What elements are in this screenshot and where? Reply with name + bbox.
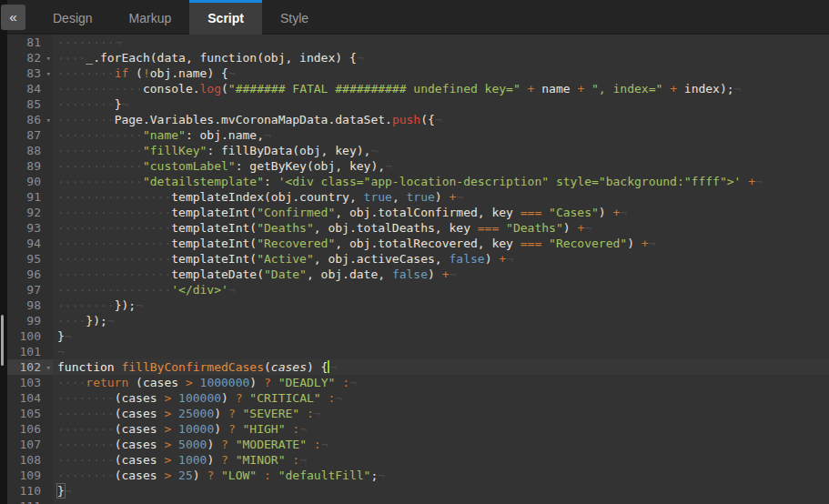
code-token: Page.Variables.mvCoronaMapData.dataSet. (115, 113, 392, 126)
code-line[interactable]: ········if (!obj.name) {¬ (53, 66, 829, 81)
code-line[interactable] (53, 499, 829, 504)
tab-style[interactable]: Style (262, 0, 327, 35)
line-number: 82▾ (7, 50, 53, 66)
code-token: (cases (115, 407, 165, 420)
code-token (228, 453, 236, 467)
line-number: 92 (7, 205, 53, 220)
code-token: templateInt( (171, 221, 257, 235)
code-line[interactable]: ········}¬ (53, 96, 829, 112)
code-token: === (521, 206, 541, 219)
whitespace-dots: ················ (57, 206, 171, 219)
code-line[interactable]: ················templateIndex(obj.countr… (53, 189, 829, 205)
code-line[interactable]: ········(cases > 10000) ? "HIGH" :¬ (53, 421, 829, 437)
code-line[interactable]: }¬ (53, 483, 829, 499)
code-line[interactable]: ····return (cases > 1000000) ? "DEADLY" … (53, 375, 829, 390)
code-token: "SEVERE" (243, 407, 300, 420)
code-line[interactable]: function fillByConfirmedCases(cases) {¬ (53, 359, 829, 375)
code-token: ? (228, 407, 236, 420)
code-token: "fillKey" (143, 144, 207, 157)
code-line[interactable]: ········(cases > 5000) ? "MODERATE" :¬ (53, 437, 829, 452)
line-number: 87 (7, 127, 53, 143)
collapse-panel-button[interactable]: « (1, 5, 25, 30)
line-number: 109 (7, 468, 53, 483)
eol-mark: ¬ (450, 267, 457, 281)
code-token (214, 469, 221, 482)
tab-bar: DesignMarkupScriptStyle (0, 0, 829, 35)
code-area[interactable]: ········¬····_.forEach(data, function(ob… (53, 35, 829, 504)
eol-mark: ¬ (107, 314, 115, 328)
whitespace-dots: ················ (57, 237, 171, 250)
code-line[interactable]: ················'</div>'¬ (53, 282, 829, 297)
code-line[interactable]: }¬ (53, 328, 829, 344)
code-line[interactable]: ········Page.Variables.mvCoronaMapData.d… (53, 112, 829, 127)
code-token: } (57, 484, 65, 498)
code-line[interactable]: ············"detailstemplate": '<div cla… (53, 174, 829, 189)
line-number: 110 (7, 483, 53, 499)
code-token: ( (264, 360, 271, 374)
code-line[interactable]: ········(cases > 100000) ? "CRITICAL" :¬ (53, 390, 829, 406)
fold-toggle-icon[interactable]: ▾ (46, 360, 51, 376)
whitespace-dots: ············ (57, 159, 143, 173)
code-line[interactable]: ············"fillKey": fillByData(obj, k… (53, 143, 829, 158)
code-token (171, 407, 178, 420)
code-token (257, 469, 264, 482)
whitespace-dots: ················ (57, 221, 171, 235)
code-token: ) (435, 190, 450, 204)
tab-design[interactable]: Design (35, 0, 111, 35)
code-token (271, 469, 278, 482)
whitespace-dots: ········ (57, 97, 115, 111)
code-line[interactable]: ················templateDate("Date", obj… (53, 267, 829, 282)
code-line[interactable]: ················templateInt("Confirmed",… (53, 205, 829, 220)
code-token: : (264, 175, 278, 188)
code-token: false (392, 267, 428, 281)
code-token: }); (115, 298, 136, 312)
fold-toggle-icon[interactable]: ▾ (46, 66, 51, 82)
line-number: 103 (7, 375, 53, 390)
whitespace-dots: ········ (57, 422, 115, 436)
code-token: "Recovered" (549, 237, 627, 250)
code-line[interactable]: ········(cases > 25) ? "LOW" : "defaultF… (53, 468, 829, 483)
tab-script[interactable]: Script (189, 0, 262, 35)
code-line[interactable]: ····});¬ (53, 313, 829, 328)
tab-markup[interactable]: Markup (111, 0, 190, 35)
code-token: console. (143, 82, 200, 96)
line-number: 97 (7, 282, 53, 297)
code-line[interactable]: ········});¬ (53, 297, 829, 313)
code-token: '</div>' (171, 283, 228, 297)
code-editor[interactable]: 8182▾83▾848586▾8788899091929394959697989… (7, 35, 829, 504)
code-token: (cases (128, 376, 186, 389)
code-line[interactable]: ················templateInt("Deaths", ob… (53, 220, 829, 236)
code-token: === (521, 237, 541, 250)
code-line[interactable]: ········(cases > 25000) ? "SEVERE" :¬ (53, 406, 829, 421)
code-token (307, 438, 314, 451)
line-number: 107 (7, 437, 53, 452)
code-line[interactable]: ¬ (53, 344, 829, 359)
code-line[interactable]: ············"customLabel": getByKey(obj,… (53, 158, 829, 174)
code-token: ? (221, 438, 228, 451)
line-number: 99 (7, 313, 53, 328)
line-number: 88 (7, 143, 53, 158)
eol-mark: ¬ (65, 484, 72, 498)
whitespace-dots: ···· (57, 376, 86, 389)
code-line[interactable]: ················templateInt("Recovered",… (53, 236, 829, 251)
code-line[interactable]: ············"name": obj.name,¬ (53, 127, 829, 143)
fold-toggle-icon[interactable]: ▾ (46, 51, 51, 66)
code-line[interactable]: ················templateInt("Active", ob… (53, 251, 829, 267)
code-line[interactable]: ····_.forEach(data, function(obj, index)… (53, 50, 829, 66)
eol-mark: ¬ (620, 206, 627, 219)
code-line[interactable]: ········¬ (53, 35, 829, 50)
code-line[interactable]: ············console.log("####### FATAL #… (53, 81, 829, 96)
fold-toggle-icon[interactable]: ▾ (46, 113, 51, 128)
whitespace-dots: ················ (57, 283, 171, 297)
code-token: _.forEach(data, function(obj, index) { (86, 51, 356, 65)
line-number: 111 (7, 499, 53, 504)
eol-mark: ¬ (57, 345, 65, 358)
code-token: "MODERATE" (236, 438, 307, 451)
whitespace-dots: ········ (57, 391, 115, 405)
code-token: } (57, 329, 65, 343)
line-number: 91 (7, 189, 53, 205)
left-scrollbar-thumb[interactable] (1, 315, 4, 366)
code-token: if (115, 66, 129, 80)
code-line[interactable]: ········(cases > 1000) ? "MINOR" :¬ (53, 452, 829, 468)
code-token: templateInt( (171, 252, 257, 266)
